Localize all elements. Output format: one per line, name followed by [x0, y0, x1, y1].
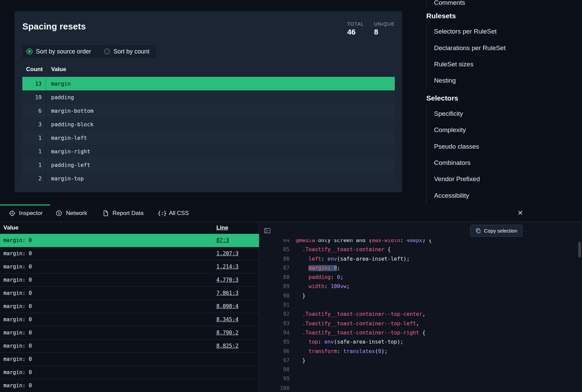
sidebar-item-pseudo-classes[interactable]: Pseudo classes [427, 138, 582, 154]
line-number: 94 [259, 328, 289, 337]
code-text: padding: 0; [296, 273, 343, 282]
result-row[interactable]: margin: 04,770:3 [0, 274, 259, 287]
line-link[interactable]: 8,345:4 [216, 317, 238, 323]
code-scrollbar-thumb[interactable] [578, 242, 581, 257]
value-cell: margin-top [46, 172, 84, 185]
spacing-row-margin-top[interactable]: 2margin-top [22, 172, 395, 185]
spacing-row-margin-right[interactable]: 1margin-right [22, 145, 395, 158]
result-row[interactable]: margin: 0 [0, 379, 259, 392]
code-scroll-area[interactable]: 84@media only screen and (max-width: 480… [259, 239, 582, 392]
active-tab-indicator [0, 204, 50, 205]
sort-option-sort-by-source-order[interactable]: Sort by source order [26, 48, 91, 55]
spacing-row-margin-bottom[interactable]: 6margin-bottom [22, 104, 395, 117]
svg-text:S: S [58, 211, 60, 215]
spacing-resets-card: Spacing resets TOTAL46UNIQUE8 Sort by so… [15, 11, 402, 192]
sidebar-item-comments[interactable]: Comments [426, 0, 582, 7]
spacing-row-margin[interactable]: 13margin [22, 77, 395, 90]
result-value: margin: 0 [3, 277, 32, 283]
line-number: 90 [259, 291, 289, 301]
count-cell: 1 [22, 131, 46, 145]
sidebar-item-nesting[interactable]: Nesting [427, 72, 582, 89]
result-row[interactable]: margin: 0 [0, 366, 259, 379]
result-row[interactable]: margin: 08,825:2 [0, 340, 259, 353]
sidebar-item-selectors-per-ruleset[interactable]: Selectors per RuleSet [427, 23, 582, 40]
copy-icon [475, 228, 481, 234]
stat-value: 8 [374, 28, 395, 37]
results-table: Value Line margin: 087:3margin: 01,207:3… [0, 222, 259, 392]
tab-report-data[interactable]: Report Data [94, 204, 151, 222]
result-row[interactable]: margin: 08,098:4 [0, 300, 259, 313]
line-link[interactable]: 87:3 [216, 237, 229, 243]
line-number: 100 [259, 384, 289, 392]
sidebar-item-complexity[interactable]: Complexity [427, 122, 582, 138]
document-icon [102, 210, 109, 217]
code-line: 95 top: env(safe-area-inset-top); [259, 337, 582, 347]
tab-network[interactable]: SNetwork [48, 204, 94, 222]
results-line-header[interactable]: Line [216, 224, 259, 231]
result-value: margin: 0 [3, 251, 32, 257]
sidebar-item-accessibility[interactable]: Accessibility [427, 188, 582, 204]
sidebar-item-vendor-prefixed[interactable]: Vendor Prefixed [427, 171, 582, 187]
card-header: Spacing resets TOTAL46UNIQUE8 [15, 11, 402, 37]
bottom-panel: InspectorSNetworkReport Data{:}All CSS ✕… [0, 204, 582, 392]
value-cell: padding [46, 90, 74, 104]
sidebar-groups: RulesetsSelectors per RuleSetDeclaration… [426, 12, 582, 204]
stat-unique: UNIQUE8 [374, 21, 395, 37]
count-column-header: Count [22, 66, 46, 73]
code-line: 89 width: 100vw; [259, 282, 582, 291]
copy-selection-label: Copy selection [484, 228, 517, 234]
line-number: 99 [259, 374, 289, 384]
results-header: Value Line [0, 222, 259, 234]
result-row[interactable]: margin: 08,790:2 [0, 326, 259, 340]
result-row[interactable]: margin: 087:3 [0, 234, 259, 247]
code-text: @media only screen and (max-width: 480px… [296, 239, 432, 245]
tab-inspector[interactable]: Inspector [0, 204, 48, 222]
line-link[interactable]: 8,825:2 [216, 343, 238, 349]
sort-options: Sort by source orderSort by count [22, 45, 156, 58]
result-row[interactable]: margin: 07,861:3 [0, 287, 259, 300]
page-title: Spacing resets [22, 21, 86, 32]
result-value: margin: 0 [3, 330, 32, 336]
sidebar-item-combinators[interactable]: Combinators [427, 155, 582, 171]
result-row[interactable]: margin: 08,345:4 [0, 313, 259, 326]
sidebar-item-specificity[interactable]: Specificity [427, 106, 582, 122]
sidebar-item-declarations-per-ruleset[interactable]: Declarations per RuleSet [427, 40, 582, 56]
value-cell: margin-left [46, 131, 87, 145]
value-column-header: Value [46, 66, 66, 73]
code-text: margin: 0; [296, 264, 340, 273]
line-link[interactable]: 1,214:3 [216, 264, 238, 270]
code-text: .Toastify__toast-container--top-center, [296, 310, 426, 319]
main-area: Spacing resets TOTAL46UNIQUE8 Sort by so… [0, 0, 582, 204]
line-link[interactable]: 1,207:3 [216, 251, 238, 257]
line-link[interactable]: 8,098:4 [216, 303, 238, 309]
close-panel-button[interactable]: ✕ [516, 204, 524, 221]
tab-label: Network [66, 210, 87, 217]
toggle-sidebar-icon[interactable] [263, 227, 271, 235]
result-row[interactable]: margin: 01,214:3 [0, 260, 259, 274]
sidebar-heading-selectors: Selectors [426, 94, 582, 103]
sidebar-item-ruleset-sizes[interactable]: RuleSet sizes [427, 56, 582, 72]
result-line-cell: 1,214:3 [216, 264, 259, 270]
tab-all-css[interactable]: {:}All CSS [151, 204, 196, 222]
spacing-row-padding-left[interactable]: 1padding-left [22, 158, 395, 172]
line-link[interactable]: 7,861:3 [216, 290, 238, 296]
result-value: margin: 0 [3, 290, 32, 296]
code-text: left: env(safe-area-inset-left); [296, 255, 410, 264]
result-row[interactable]: margin: 0 [0, 353, 259, 366]
line-number: 92 [259, 310, 289, 319]
radio-selected-icon[interactable] [26, 48, 33, 55]
line-number: 87 [259, 264, 289, 273]
spacing-row-padding[interactable]: 19padding [22, 90, 395, 104]
line-number: 93 [259, 319, 289, 328]
sort-option-sort-by-count[interactable]: Sort by count [104, 48, 149, 55]
spacing-row-padding-block[interactable]: 3padding-block [22, 117, 395, 131]
line-link[interactable]: 8,790:2 [216, 330, 238, 336]
code-text: .Toastify__toast-container { [296, 245, 391, 254]
result-row[interactable]: margin: 01,207:3 [0, 247, 259, 260]
copy-selection-button[interactable]: Copy selection [470, 225, 522, 237]
line-number: 98 [259, 365, 289, 374]
spacing-row-margin-left[interactable]: 1margin-left [22, 131, 395, 145]
result-line-cell: 1,207:3 [216, 251, 259, 257]
line-link[interactable]: 4,770:3 [216, 277, 238, 283]
radio-unselected-icon[interactable] [104, 48, 110, 55]
